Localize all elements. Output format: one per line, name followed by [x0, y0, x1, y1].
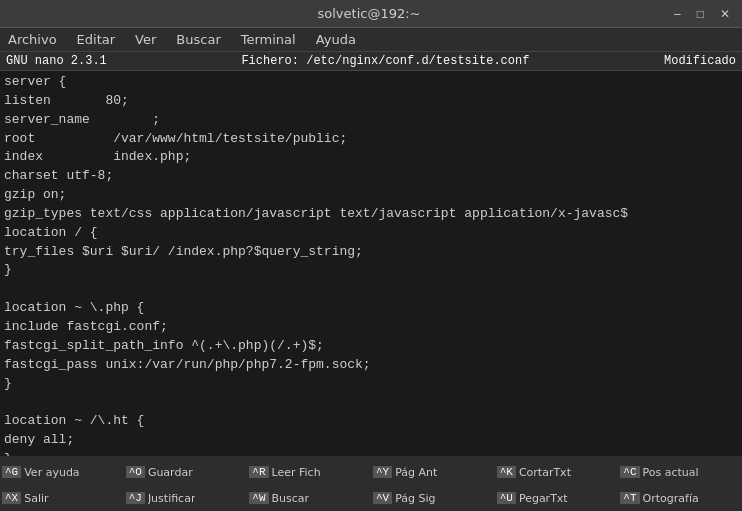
maximize-button[interactable]: □	[693, 5, 708, 23]
editor-line: gzip on;	[4, 186, 738, 205]
shortcut-key: ^X	[2, 492, 21, 504]
shortcut-key: ^R	[249, 466, 268, 478]
nano-modified: Modificado	[664, 54, 736, 68]
shortcut-key: ^Y	[373, 466, 392, 478]
editor-line: include fastcgi.conf;	[4, 318, 738, 337]
shortcut-label: Pág Sig	[395, 492, 435, 505]
editor-line: location ~ \.php {	[4, 299, 738, 318]
editor-line: fastcgi_split_path_info ^(.+\.php)(/.+)$…	[4, 337, 738, 356]
shortcut-key: ^W	[249, 492, 268, 504]
nano-topbar: GNU nano 2.3.1 Fichero: /etc/nginx/conf.…	[0, 52, 742, 71]
menu-archivo[interactable]: Archivo	[4, 30, 61, 49]
shortcut-label: Ver ayuda	[24, 466, 79, 479]
minimize-button[interactable]: –	[670, 5, 685, 23]
shortcut-label: Pág Ant	[395, 466, 437, 479]
shortcut-row-1: ^GVer ayuda^OGuardar^RLeer Fich^YPág Ant…	[0, 459, 742, 485]
shortcut-key: ^T	[620, 492, 639, 504]
shortcut-item: ^GVer ayuda	[0, 466, 124, 479]
title-bar: solvetic@192:~ – □ ✕	[0, 0, 742, 28]
shortcut-item: ^WBuscar	[247, 492, 371, 505]
editor-line: try_files $uri $uri/ /index.php?$query_s…	[4, 243, 738, 262]
shortcut-label: Ortografía	[643, 492, 699, 505]
shortcut-label: CortarTxt	[519, 466, 571, 479]
shortcut-key: ^K	[497, 466, 516, 478]
shortcut-label: Justificar	[148, 492, 196, 505]
shortcut-key: ^O	[126, 466, 145, 478]
shortcut-item: ^VPág Sig	[371, 492, 495, 505]
shortcut-label: Salir	[24, 492, 48, 505]
nano-filename: Fichero: /etc/nginx/conf.d/testsite.conf	[107, 54, 664, 68]
menu-terminal[interactable]: Terminal	[237, 30, 300, 49]
shortcut-item: ^RLeer Fich	[247, 466, 371, 479]
editor-line: listen 80;	[4, 92, 738, 111]
shortcut-label: Guardar	[148, 466, 193, 479]
editor-line: server {	[4, 73, 738, 92]
shortcut-item: ^JJustificar	[124, 492, 248, 505]
menu-editar[interactable]: Editar	[73, 30, 120, 49]
shortcut-label: Pos actual	[643, 466, 699, 479]
shortcut-item: ^OGuardar	[124, 466, 248, 479]
shortcut-item: ^KCortarTxt	[495, 466, 619, 479]
shortcut-key: ^J	[126, 492, 145, 504]
editor-line: }	[4, 375, 738, 394]
editor-area[interactable]: server {listen 80;server_name ;root /var…	[0, 71, 742, 456]
shortcut-item: ^YPág Ant	[371, 466, 495, 479]
close-button[interactable]: ✕	[716, 5, 734, 23]
shortcut-item: ^TOrtografía	[618, 492, 742, 505]
editor-line	[4, 280, 738, 299]
editor-line: }	[4, 261, 738, 280]
editor-line: deny all;	[4, 431, 738, 450]
editor-line: root /var/www/html/testsite/public;	[4, 130, 738, 149]
window-controls: – □ ✕	[670, 5, 734, 23]
editor-line: location / {	[4, 224, 738, 243]
shortcut-row-2: ^XSalir^JJustificar^WBuscar^VPág Sig^UPe…	[0, 485, 742, 511]
window-title: solvetic@192:~	[318, 6, 421, 21]
shortcut-label: PegarTxt	[519, 492, 568, 505]
editor-line: server_name ;	[4, 111, 738, 130]
shortcut-label: Leer Fich	[272, 466, 321, 479]
shortcut-label: Buscar	[272, 492, 310, 505]
editor-line: location ~ /\.ht {	[4, 412, 738, 431]
shortcut-item: ^XSalir	[0, 492, 124, 505]
shortcut-item: ^UPegarTxt	[495, 492, 619, 505]
editor-line: }	[4, 450, 738, 456]
editor-line: fastcgi_pass unix:/var/run/php/php7.2-fp…	[4, 356, 738, 375]
nano-version: GNU nano 2.3.1	[6, 54, 107, 68]
editor-line: index index.php;	[4, 148, 738, 167]
menu-bar: Archivo Editar Ver Buscar Terminal Ayuda	[0, 28, 742, 52]
editor-line: gzip_types text/css application/javascri…	[4, 205, 738, 224]
shortcut-key: ^C	[620, 466, 639, 478]
editor-line: charset utf-8;	[4, 167, 738, 186]
menu-ayuda[interactable]: Ayuda	[312, 30, 360, 49]
shortcut-key: ^G	[2, 466, 21, 478]
menu-ver[interactable]: Ver	[131, 30, 160, 49]
shortcut-key: ^V	[373, 492, 392, 504]
shortcut-item: ^CPos actual	[618, 466, 742, 479]
editor-line	[4, 393, 738, 412]
menu-buscar[interactable]: Buscar	[172, 30, 224, 49]
shortcut-key: ^U	[497, 492, 516, 504]
shortcut-bar: ^GVer ayuda^OGuardar^RLeer Fich^YPág Ant…	[0, 459, 742, 511]
